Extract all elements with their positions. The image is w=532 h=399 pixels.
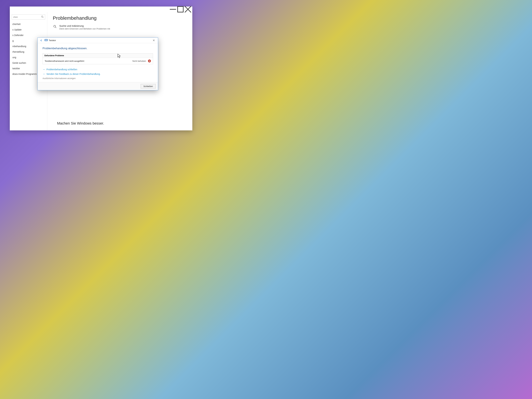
svg-rect-12 — [46, 39, 47, 40]
cursor-icon — [117, 54, 121, 58]
option-title: Suche und Indizierung — [59, 25, 110, 27]
search-icon — [53, 25, 57, 30]
found-problem-row[interactable]: Textdienstframework wird nicht ausgeführ… — [43, 58, 153, 64]
search-icon — [41, 15, 44, 19]
link-label: Problembehandlung schließen — [46, 68, 77, 71]
error-icon — [148, 59, 151, 63]
svg-rect-8 — [45, 39, 48, 41]
found-problems-box: Gefundene Probleme Textdienstframework w… — [43, 53, 153, 64]
dialog-title: Tastatur — [49, 39, 151, 42]
close-button[interactable] — [184, 7, 192, 12]
troubleshooter-option[interactable]: Suche und Indizierung Dient dem Erkennen… — [53, 25, 187, 30]
show-details-link[interactable]: Ausführliche Informationen anzeigen — [43, 77, 153, 80]
svg-rect-10 — [45, 39, 45, 40]
send-feedback-link[interactable]: → Senden Sie Feedback zu dieser Problemb… — [43, 72, 153, 76]
footer-cta: Machen Sie Windows besser. — [57, 121, 104, 126]
arrow-right-icon: → — [43, 73, 45, 75]
dialog-heading: Problembehandlung abgeschlossen. — [43, 47, 153, 50]
dialog-close-button[interactable] — [151, 38, 157, 43]
maximize-button[interactable] — [177, 7, 184, 12]
sidebar-item[interactable]: s Update — [10, 27, 47, 32]
problem-status: Nicht behoben — [132, 60, 146, 62]
page-title: Problembehandlung — [53, 15, 187, 21]
minimize-button[interactable] — [169, 7, 177, 12]
back-button[interactable] — [39, 38, 44, 43]
svg-rect-9 — [45, 40, 47, 41]
option-desc: Dient dem Erkennen und Beheben von Probl… — [59, 28, 110, 30]
sidebar-item[interactable]: s Defender — [10, 33, 47, 38]
svg-rect-11 — [46, 39, 46, 40]
settings-search-text: chen — [13, 16, 41, 18]
problem-name: Textdienstframework wird nicht ausgeführ… — [45, 60, 132, 62]
found-problems-header: Gefundene Probleme — [43, 53, 153, 58]
arrow-right-icon: → — [43, 68, 45, 71]
close-button-label: Schließen — [143, 85, 153, 88]
sidebar-item[interactable]: cherheit — [10, 21, 47, 27]
svg-line-7 — [55, 27, 56, 28]
svg-point-6 — [54, 25, 56, 27]
svg-rect-13 — [47, 39, 47, 40]
link-label: Senden Sie Feedback zu dieser Problembeh… — [46, 73, 101, 75]
troubleshooter-dialog: Tastatur Problembehandlung abgeschlossen… — [38, 38, 158, 90]
keyboard-icon — [44, 39, 49, 42]
settings-search-input[interactable]: chen — [12, 14, 45, 19]
settings-titlebar — [10, 6, 192, 12]
dialog-titlebar: Tastatur — [38, 38, 158, 43]
close-troubleshooter-link[interactable]: → Problembehandlung schließen — [43, 67, 153, 72]
close-button[interactable]: Schließen — [141, 84, 156, 89]
dialog-footer: Schließen — [38, 82, 158, 90]
svg-point-4 — [41, 16, 43, 17]
svg-rect-1 — [178, 6, 183, 12]
svg-line-5 — [43, 17, 43, 18]
